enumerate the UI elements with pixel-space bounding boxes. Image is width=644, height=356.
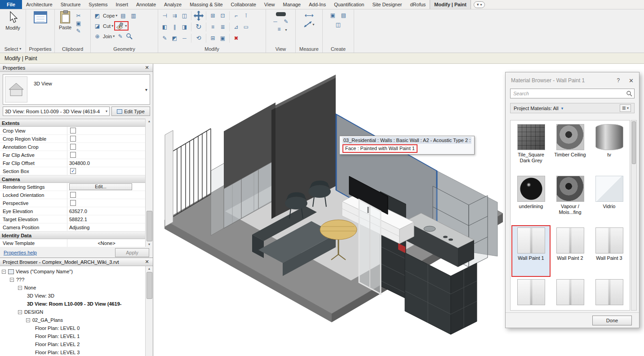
cut-button[interactable]: Cut bbox=[103, 23, 111, 29]
section-extents[interactable]: Extents bbox=[0, 119, 146, 127]
glass-partition[interactable] bbox=[359, 200, 381, 294]
material-item-wall-paint-1[interactable]: Wall Paint 1 bbox=[511, 225, 551, 277]
pin-icon[interactable]: ⊺ bbox=[242, 12, 250, 19]
chevron-down-icon[interactable]: ▾ bbox=[115, 13, 117, 18]
tab-quantification[interactable]: Quantification bbox=[330, 0, 368, 9]
tab-structure[interactable]: Structure bbox=[57, 0, 85, 9]
collapse-icon[interactable]: − bbox=[10, 278, 14, 282]
wall-join-icon[interactable]: ▤ bbox=[119, 12, 127, 19]
tab-massing-site[interactable]: Massing & Site bbox=[186, 0, 227, 9]
material-item[interactable]: Wall Paint 2 bbox=[551, 225, 590, 277]
project-browser-scrollbar[interactable]: ▲ bbox=[145, 266, 153, 356]
collapse-icon[interactable]: − bbox=[26, 318, 30, 322]
beam-join-icon[interactable]: ▥ bbox=[129, 12, 138, 19]
material-item[interactable]: Timber Ceiling bbox=[551, 122, 590, 174]
material-item[interactable]: Vapour / Mois...fing bbox=[551, 174, 590, 225]
paint-icon[interactable] bbox=[116, 22, 124, 30]
tree-item-active-view[interactable]: 3D View: Room L10-009 - 3D View (4619- bbox=[0, 300, 145, 308]
value-field[interactable]: 58822.1 bbox=[67, 215, 146, 223]
done-button[interactable]: Done bbox=[592, 316, 632, 325]
join-button[interactable]: Join bbox=[103, 34, 112, 39]
match-properties-icon[interactable]: ✎ bbox=[74, 27, 83, 35]
properties-titlebar[interactable]: Properties ✕ bbox=[0, 64, 153, 72]
edit-type-button[interactable]: Edit Type bbox=[111, 107, 150, 116]
tree-item[interactable]: Floor Plan: LEVEL 1 bbox=[0, 332, 145, 340]
paste-button[interactable]: Paste bbox=[57, 11, 74, 31]
panel-label-modify[interactable]: Modify bbox=[158, 45, 266, 53]
panel-label-select[interactable]: Select▾ bbox=[0, 45, 26, 53]
close-icon[interactable]: ✕ bbox=[629, 77, 634, 84]
array-icon[interactable]: ⊞ bbox=[209, 12, 217, 19]
delete-icon[interactable]: ✖ bbox=[232, 34, 240, 42]
chevron-down-icon[interactable]: ▾ bbox=[561, 106, 564, 111]
tab-view[interactable]: View bbox=[260, 0, 279, 9]
tab-file[interactable]: File bbox=[0, 0, 22, 9]
box-icon[interactable]: ▭ bbox=[242, 23, 250, 31]
line-icon[interactable]: ─ bbox=[180, 34, 189, 42]
gap-icon[interactable]: ∥ bbox=[170, 23, 179, 31]
list-icon[interactable]: ≡ bbox=[275, 25, 283, 33]
tab-drofus[interactable]: dRofus bbox=[406, 0, 430, 9]
copy-small-icon[interactable]: ▣ bbox=[218, 34, 227, 42]
tab-annotate[interactable]: Annotate bbox=[132, 0, 160, 9]
properties-toggle-button[interactable] bbox=[31, 11, 49, 24]
help-icon[interactable]: ? bbox=[617, 77, 620, 84]
rotate-icon[interactable]: ↻ bbox=[193, 22, 204, 32]
array-small-icon[interactable]: ⊞ bbox=[209, 34, 217, 42]
scroll-down-icon[interactable]: ▼ bbox=[148, 243, 151, 246]
properties-scrollbar[interactable]: ▲ ▼ bbox=[145, 119, 153, 247]
rows-icon[interactable]: ≡ bbox=[209, 23, 217, 31]
modify-button[interactable]: Modify bbox=[3, 11, 22, 31]
chevron-down-icon[interactable]: ▾ bbox=[285, 28, 287, 32]
chevron-down-icon[interactable]: ▾ bbox=[125, 24, 127, 28]
arc-icon[interactable]: ⟲ bbox=[193, 33, 204, 44]
checkbox[interactable] bbox=[70, 192, 76, 198]
cut-to-clipboard-icon[interactable]: ✂ bbox=[74, 12, 83, 19]
search-icon[interactable] bbox=[626, 90, 632, 97]
material-item[interactable]: underlining bbox=[511, 174, 551, 225]
checkbox[interactable] bbox=[70, 152, 76, 158]
panel-label-clipboard[interactable]: Clipboard bbox=[55, 45, 90, 53]
search-input[interactable] bbox=[511, 91, 626, 96]
pencil-icon[interactable]: ✎ bbox=[160, 34, 169, 42]
chevron-down-icon[interactable]: ▾ bbox=[312, 22, 314, 27]
project-browser-titlebar[interactable]: Project Browser - Complex_Model_ARCH_Wik… bbox=[0, 258, 153, 266]
view-selector-dropdown[interactable]: 3D View: Room L10-009 - 3D View (4619-4 … bbox=[3, 107, 110, 116]
value-field[interactable]: <None> bbox=[67, 239, 146, 247]
panel-label-geometry[interactable]: Geometry bbox=[91, 45, 158, 53]
magnifier-icon[interactable] bbox=[126, 33, 133, 40]
scroll-up-icon[interactable]: ▲ bbox=[148, 120, 151, 123]
scale-icon[interactable]: ⊡ bbox=[218, 12, 227, 19]
view-options-button[interactable]: ≣ ▾ bbox=[620, 104, 631, 112]
tree-item[interactable]: 3D View: 3D bbox=[0, 292, 145, 300]
checkbox[interactable] bbox=[70, 200, 76, 206]
wedge-icon[interactable]: ⊿ bbox=[232, 23, 240, 31]
offset-icon[interactable]: ⇉ bbox=[170, 12, 179, 19]
tree-item[interactable]: −None bbox=[0, 284, 145, 292]
checkbox-checked[interactable]: ✓ bbox=[70, 168, 76, 174]
match-icon[interactable]: ◨ bbox=[180, 23, 189, 31]
tab-architecture[interactable]: Architecture bbox=[22, 0, 57, 9]
move-icon[interactable] bbox=[193, 10, 204, 21]
tab-add-ins[interactable]: Add-Ins bbox=[305, 0, 330, 9]
split-icon[interactable]: ◧ bbox=[160, 23, 169, 31]
material-filter-bar[interactable]: Project Materials: All ▾ ≣ ▾ bbox=[510, 103, 635, 113]
collapse-icon[interactable]: − bbox=[2, 270, 6, 274]
tree-item[interactable]: −02_GA_Plans bbox=[0, 316, 145, 324]
mirror-icon[interactable]: ◫ bbox=[180, 12, 189, 19]
scroll-up-icon[interactable]: ▲ bbox=[148, 267, 151, 270]
edit-rendering-settings-button[interactable]: Edit... bbox=[69, 183, 132, 190]
trim-icon[interactable]: ⌐ bbox=[232, 12, 240, 19]
ruler-icon[interactable]: ─ bbox=[271, 18, 280, 25]
measure-icon[interactable] bbox=[303, 21, 312, 28]
chevron-down-icon[interactable]: ▾ bbox=[145, 87, 147, 92]
material-item[interactable]: tv bbox=[590, 122, 629, 174]
create-group-icon[interactable]: ▣ bbox=[329, 11, 337, 19]
align-icon[interactable]: ⊣ bbox=[160, 12, 169, 19]
panel-label-view[interactable]: View bbox=[266, 45, 295, 53]
scroll-thumb[interactable] bbox=[147, 272, 152, 299]
demolish-icon[interactable]: ✎ bbox=[116, 32, 124, 40]
material-item[interactable] bbox=[590, 277, 629, 311]
drawing-area[interactable]: 03_Residential : Walls : Basic Wall : A2… bbox=[153, 64, 644, 356]
hide-isolate-icon[interactable] bbox=[276, 12, 286, 16]
